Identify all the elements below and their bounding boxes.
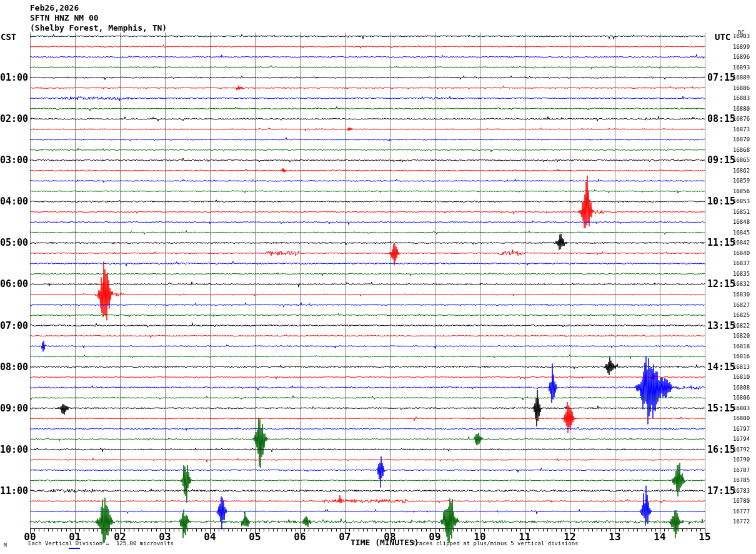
dc-value: 16808	[733, 385, 750, 391]
dc-value: 16813	[733, 364, 750, 370]
scale-note: Each Vertical Division = 125.00 microvol…	[28, 540, 174, 546]
dc-value: 16787	[733, 467, 750, 473]
dc-value: 16797	[733, 426, 750, 432]
left-timezone-label: CST	[1, 32, 16, 42]
dc-value: 16806	[733, 395, 750, 401]
dc-value: 16876	[733, 116, 750, 122]
dc-value: 16899	[733, 44, 750, 50]
dc-value: 16827	[733, 302, 750, 308]
dc-value: 16822	[733, 323, 750, 329]
dc-value: 16873	[733, 126, 750, 133]
dc-value: 16880	[733, 106, 750, 112]
dc-value: 16862	[733, 168, 750, 174]
minute-tick-label: 15	[696, 531, 714, 543]
left-hour-label: 07:00	[0, 320, 27, 331]
corner-mark: M	[4, 543, 7, 548]
dc-value: 16853	[733, 198, 750, 204]
left-hour-label: 08:00	[0, 361, 27, 373]
helicorder-page: Feb26,2026 SFTN HNZ NM 00 (Shelby Forest…	[0, 0, 756, 554]
dc-value: 16837	[733, 260, 750, 266]
blue-underline-artifact	[69, 548, 80, 549]
dc-value: 16825	[733, 312, 750, 318]
dc-value: 16794	[733, 436, 750, 442]
minute-tick-label: 05	[246, 531, 264, 543]
minute-tick-label: 14	[651, 531, 669, 543]
dc-value: 16783	[733, 488, 750, 494]
left-hour-label: 09:00	[0, 403, 27, 414]
dc-value: 16903	[733, 33, 750, 39]
left-hour-label: 10:00	[0, 444, 27, 455]
dc-value: 16896	[733, 54, 750, 60]
dc-value: 16851	[733, 209, 750, 215]
dc-value: 16800	[733, 415, 750, 421]
dc-value: 16886	[733, 85, 750, 91]
dc-value: 16835	[733, 271, 750, 277]
clip-note: Traces clipped at plus/minus 5 vertical …	[412, 540, 579, 546]
dc-value: 16792	[733, 446, 750, 453]
dc-value: 16848	[733, 219, 750, 225]
dc-value: 16868	[733, 147, 750, 153]
dc-value: 16772	[733, 518, 750, 525]
dc-value: 16830	[733, 291, 750, 298]
left-hour-label: 04:00	[0, 196, 27, 207]
x-axis-title: TIME (MINUTES)	[351, 538, 419, 547]
left-hour-label: 06:00	[0, 278, 27, 290]
dc-value: 16883	[733, 95, 750, 101]
helicorder-canvas	[0, 0, 756, 554]
dc-value: 16790	[733, 456, 750, 463]
dc-value: 16840	[733, 250, 750, 256]
dc-value: 16889	[733, 74, 750, 81]
left-hour-label: 01:00	[0, 72, 27, 83]
minute-tick-label: 13	[606, 531, 624, 543]
dc-value: 16870	[733, 136, 750, 143]
minute-tick-label: 04	[201, 531, 219, 543]
dc-value: 16893	[733, 64, 750, 71]
dc-value: 16780	[733, 498, 750, 504]
dc-value: 16818	[733, 343, 750, 350]
left-hour-label: 02:00	[0, 113, 27, 124]
dc-value: 16845	[733, 229, 750, 236]
dc-value: 16810	[733, 374, 750, 380]
header-date: Feb26,2026	[30, 3, 79, 13]
right-timezone-label: UTC	[715, 32, 730, 42]
dc-value: 16842	[733, 239, 750, 246]
left-hour-label: 11:00	[0, 485, 27, 496]
header-location: (Shelby Forest, Memphis, TN)	[30, 23, 167, 33]
dc-value: 16820	[733, 333, 750, 339]
dc-value: 16832	[733, 281, 750, 287]
dc-value: 16859	[733, 178, 750, 184]
dc-value: 16785	[733, 477, 750, 483]
dc-value: 16856	[733, 188, 750, 194]
dc-value: 16816	[733, 353, 750, 360]
dc-value: 16865	[733, 157, 750, 163]
minute-tick-label: 06	[291, 531, 309, 543]
dc-value: 16777	[733, 508, 750, 515]
left-hour-label: 05:00	[0, 237, 27, 248]
dc-value: 16803	[733, 405, 750, 411]
header-station: SFTN HNZ NM 00	[30, 13, 99, 23]
left-hour-label: 03:00	[0, 154, 27, 166]
